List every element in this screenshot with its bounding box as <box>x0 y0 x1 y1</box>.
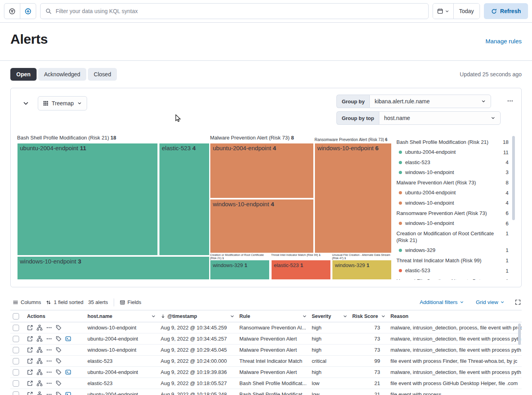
expand-alert-icon[interactable] <box>27 369 33 375</box>
cell-rule[interactable]: Ransomware Prevention Al... <box>237 322 309 333</box>
legend-item[interactable]: windows-10-endpoint4 <box>396 200 509 206</box>
legend-group[interactable]: Ransomware Prevention Alert (Risk 73)6 <box>396 210 509 217</box>
row-checkbox[interactable] <box>13 358 19 364</box>
analyze-event-icon[interactable] <box>37 347 43 353</box>
legend-group[interactable]: Bash Shell Profile Modification (Risk 21… <box>396 139 509 145</box>
group-by-top-select[interactable]: host.name <box>379 111 501 125</box>
more-actions-icon[interactable] <box>46 336 52 342</box>
tab-closed[interactable]: Closed <box>88 68 117 81</box>
cell-risk-score[interactable]: 21 <box>350 378 388 389</box>
session-view-icon[interactable] <box>65 369 71 375</box>
today-button[interactable]: Today <box>454 4 480 19</box>
column-menu-icon[interactable] <box>302 314 307 319</box>
more-actions-icon[interactable] <box>46 347 52 353</box>
legend-item[interactable]: windows-10-endpoint6 <box>396 220 509 227</box>
cell-risk-score[interactable]: 73 <box>350 367 388 378</box>
column-header-risk-score[interactable]: Risk Score <box>350 310 388 322</box>
cell-severity[interactable]: high <box>309 333 350 345</box>
fullscreen-button[interactable] <box>514 298 522 306</box>
treemap-tile-windows-10-endpoint[interactable]: windows-10-endpoint 4 <box>210 199 314 253</box>
analyze-event-icon[interactable] <box>37 325 43 331</box>
legend-group[interactable]: Malware Prevention Alert (Risk 73)8 <box>396 180 509 186</box>
cell-rule[interactable]: Threat Intel Indicator Match <box>237 356 309 367</box>
column-menu-icon[interactable] <box>381 314 386 319</box>
cell-risk-score[interactable]: 73 <box>350 345 388 356</box>
cell-host-name[interactable]: windows-10-endpoint <box>85 322 158 333</box>
cell-rule[interactable]: Malware Prevention Alert <box>237 345 309 356</box>
additional-filters-button[interactable]: Additional filters <box>417 299 466 306</box>
expand-alert-icon[interactable] <box>27 336 33 342</box>
more-actions-icon[interactable] <box>46 380 52 386</box>
column-header-reason[interactable]: Reason <box>388 310 522 322</box>
timeline-tag-icon[interactable] <box>56 358 62 364</box>
cell-host-name[interactable]: windows-10-endpoint <box>85 345 158 356</box>
tab-acknowledged[interactable]: Acknowledged <box>38 68 86 81</box>
column-header-actions[interactable]: Actions <box>25 310 85 322</box>
sort-fields-button[interactable]: 1 field sorted <box>43 298 85 307</box>
timeline-tag-icon[interactable] <box>56 380 62 386</box>
cell-host-name[interactable]: ubuntu-2004-endpoint <box>85 389 158 395</box>
cell-severity[interactable]: high <box>309 322 350 333</box>
legend-item[interactable]: ubuntu-2004-endpoint11 <box>396 149 509 155</box>
manage-rules-link[interactable]: Manage rules <box>485 38 522 47</box>
timeline-tag-icon[interactable] <box>56 347 62 353</box>
row-checkbox[interactable] <box>13 325 19 331</box>
treemap-tile-elastic-523[interactable]: elastic-523 4 <box>159 143 210 256</box>
cell-host-name[interactable]: ubuntu-2004-endpoint <box>85 333 158 345</box>
legend-item[interactable]: windows-10-endpoint3 <box>396 169 509 176</box>
legend-group[interactable]: Creation or Modification of Root Certifi… <box>396 230 509 244</box>
cell-host-name[interactable]: elastic-523 <box>85 356 158 367</box>
column-menu-icon[interactable] <box>230 314 235 319</box>
date-picker-button[interactable] <box>433 4 454 19</box>
column-header-timestamp[interactable]: @timestamp <box>158 310 237 322</box>
cell-timestamp[interactable]: Aug 9, 2022 @ 10:34:45.257 <box>158 333 237 345</box>
treemap-tile-elastic-523[interactable]: elastic-523 1 <box>271 260 331 280</box>
cell-severity[interactable]: high <box>309 345 350 356</box>
timeline-tag-icon[interactable] <box>56 325 62 331</box>
treemap-tile-windows-329[interactable]: windows-329 1 <box>210 260 270 280</box>
cell-rule[interactable]: Bash Shell Profile Modificat... <box>237 378 309 389</box>
treemap-tile-ubuntu-2004-endpoint[interactable]: ubuntu-2004-endpoint 11 <box>17 143 158 256</box>
row-checkbox[interactable] <box>13 391 19 395</box>
cell-severity[interactable]: critical <box>309 356 350 367</box>
expand-alert-icon[interactable] <box>27 358 33 364</box>
treemap-tile-ubuntu-2004-endpoint[interactable]: ubuntu-2004-endpoint 4 <box>210 143 314 198</box>
column-header-rule[interactable]: Rule <box>237 310 309 322</box>
cell-severity[interactable]: low <box>309 378 350 389</box>
analyze-event-icon[interactable] <box>37 369 43 375</box>
cell-timestamp[interactable]: Aug 9, 2022 @ 10:29:45.045 <box>158 345 237 356</box>
expand-alert-icon[interactable] <box>27 325 33 331</box>
legend-item[interactable]: windows-3291 <box>396 247 509 254</box>
grid-view-button[interactable]: Grid view <box>474 299 507 306</box>
cell-risk-score[interactable]: 73 <box>350 333 388 345</box>
cell-timestamp[interactable]: Aug 9, 2022 @ 10:18:05.248 <box>158 389 237 395</box>
expand-alert-icon[interactable] <box>27 380 33 386</box>
treemap-tile-windows-329[interactable]: windows-329 1 <box>332 260 392 280</box>
treemap-tile-windows-10-endpoint[interactable]: windows-10-endpoint 3 <box>17 256 210 280</box>
cell-risk-score[interactable]: 21 <box>350 389 388 395</box>
legend-item[interactable]: elastic-5231 <box>396 267 509 274</box>
cell-reason[interactable]: malware, intrusion_detection, file event… <box>388 345 522 356</box>
cell-reason[interactable]: file event with process <box>388 389 522 395</box>
table-scrollbar[interactable] <box>518 323 521 345</box>
cell-reason[interactable]: file event with process GitHub Desktop H… <box>388 378 522 389</box>
column-header-severity[interactable]: Severity <box>309 310 350 322</box>
more-actions-icon[interactable] <box>46 358 52 364</box>
column-menu-icon[interactable] <box>151 314 156 319</box>
cell-reason[interactable]: malware, intrusion_detection, file event… <box>388 333 522 345</box>
more-actions-icon[interactable] <box>46 325 52 331</box>
columns-button[interactable]: Columns <box>10 298 43 307</box>
cell-reason[interactable]: malware, intrusion_detection, process, f… <box>388 322 522 333</box>
cell-severity[interactable]: low <box>309 389 350 395</box>
row-checkbox[interactable] <box>13 347 19 353</box>
legend-item[interactable]: ubuntu-2004-endpoint4 <box>396 190 509 196</box>
cell-reason[interactable]: malware, intrusion_detection, file event… <box>388 367 522 378</box>
tab-open[interactable]: Open <box>10 68 37 81</box>
add-filter-button[interactable] <box>20 4 36 19</box>
analyze-event-icon[interactable] <box>37 391 43 395</box>
cell-timestamp[interactable]: Aug 9, 2022 @ 10:34:45.259 <box>158 322 237 333</box>
select-all-checkbox[interactable] <box>13 313 19 319</box>
refresh-button[interactable]: Refresh <box>484 3 528 19</box>
cell-rule[interactable]: Malware Prevention Alert <box>237 333 309 345</box>
cell-reason[interactable]: file event with process Finder, file Thr… <box>388 356 522 367</box>
